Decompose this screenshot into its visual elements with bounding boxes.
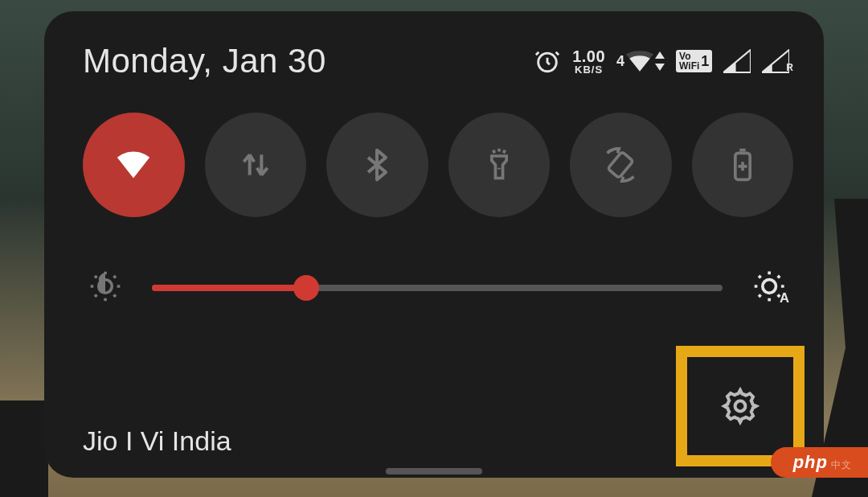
alarm-icon	[534, 47, 561, 75]
signal-sim2-icon: R	[762, 49, 793, 73]
gear-icon	[721, 387, 760, 425]
date-text: Monday, Jan 30	[83, 42, 326, 80]
vowifi-indicator: Vo WiFi 1	[676, 50, 712, 72]
status-bar: Monday, Jan 30 1.00 KB/S 4 Vo WiFi 1	[83, 42, 793, 80]
mobile-data-tile[interactable]	[205, 113, 307, 217]
network-speed-indicator: 1.00 KB/S	[572, 48, 605, 75]
carrier-text: Jio I Vi India	[83, 425, 231, 457]
panel-drag-handle[interactable]	[386, 468, 482, 474]
wifi-tile[interactable]	[83, 113, 185, 217]
brightness-low-icon	[88, 269, 123, 307]
brightness-thumb[interactable]	[293, 275, 319, 301]
battery-saver-tile[interactable]	[692, 113, 794, 217]
auto-rotate-tile[interactable]	[570, 113, 672, 217]
footer-row: Jio I Vi India	[83, 425, 793, 457]
svg-text:A: A	[780, 290, 789, 306]
bluetooth-tile[interactable]	[326, 113, 428, 217]
brightness-row: A	[83, 267, 793, 309]
svg-point-4	[763, 280, 776, 294]
svg-rect-1	[608, 152, 633, 179]
wifi-status-icon: 4	[616, 51, 665, 72]
auto-brightness-icon[interactable]: A	[751, 267, 790, 309]
svg-point-6	[735, 401, 746, 412]
status-icons: 1.00 KB/S 4 Vo WiFi 1 R	[534, 47, 793, 75]
watermark-badge: php	[771, 447, 868, 478]
quick-settings-tiles	[83, 113, 793, 217]
brightness-fill	[152, 285, 306, 291]
flashlight-tile[interactable]	[448, 113, 551, 217]
quick-settings-panel: Monday, Jan 30 1.00 KB/S 4 Vo WiFi 1	[44, 11, 824, 478]
brightness-slider[interactable]	[152, 275, 723, 301]
signal-sim1-icon	[723, 49, 751, 73]
